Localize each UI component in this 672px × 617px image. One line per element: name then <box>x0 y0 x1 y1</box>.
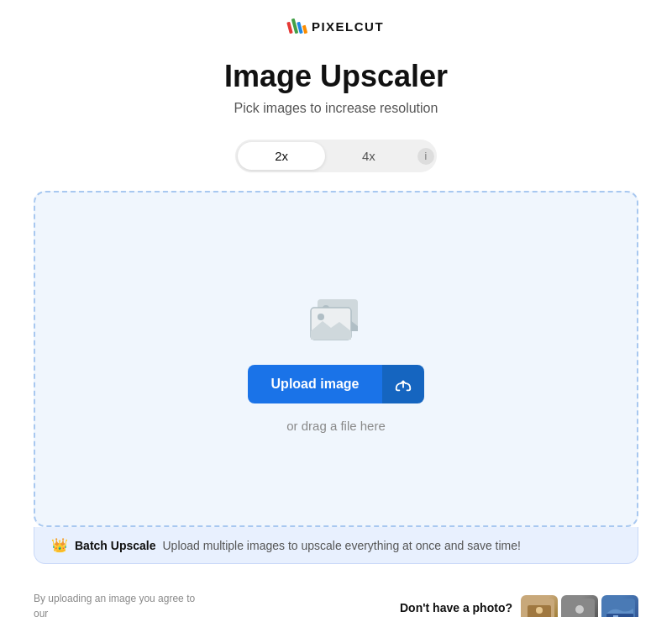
header: PIXELCUT <box>0 0 672 42</box>
info-icon[interactable]: i <box>417 148 434 165</box>
footer-no-photo-text: Don't have a photo? Try one of these <box>400 601 512 618</box>
footer-right: Don't have a photo? Try one of these <box>400 595 638 617</box>
upload-image-button[interactable]: Upload image <box>248 365 383 403</box>
image-placeholder-icon <box>306 294 366 348</box>
batch-label: Batch Upscale <box>75 539 155 552</box>
crown-icon: 👑 <box>51 537 68 553</box>
logo-stripes <box>288 18 307 34</box>
scale-2x-button[interactable]: 2x <box>238 142 325 170</box>
batch-upscale-bar[interactable]: 👑 Batch Upscale Upload multiple images t… <box>34 527 638 564</box>
svg-point-8 <box>575 605 584 614</box>
scale-toggle: 2x 4x i <box>235 140 437 172</box>
drag-text: or drag a file here <box>286 419 386 433</box>
main-content: Image Upscaler Pick images to increase r… <box>0 42 672 617</box>
sample-images <box>521 595 638 617</box>
page-subtitle: Pick images to increase resolution <box>234 101 438 116</box>
dropzone[interactable]: Upload image or drag a file here <box>34 191 638 527</box>
try-text: Try one of these <box>400 614 512 618</box>
page-title: Image Upscaler <box>224 59 448 94</box>
agreement-text: By uploading an image you agree to our <box>34 593 195 617</box>
no-photo-heading: Don't have a photo? <box>400 601 512 614</box>
upload-button-group: Upload image <box>248 365 425 403</box>
sample-image-3[interactable] <box>601 595 638 617</box>
scale-4x-button[interactable]: 4x <box>325 142 412 170</box>
footer-left: By uploading an image you agree to our T… <box>34 591 202 617</box>
svg-rect-10 <box>606 614 633 617</box>
upload-cloud-icon-button[interactable] <box>382 365 424 403</box>
footer: By uploading an image you agree to our T… <box>0 576 672 617</box>
batch-description: Upload multiple images to upscale everyt… <box>162 539 520 552</box>
svg-point-6 <box>536 607 543 614</box>
logo-text: PIXELCUT <box>312 19 384 34</box>
svg-point-3 <box>318 314 324 320</box>
sample-image-1[interactable] <box>521 595 558 617</box>
sample-image-2[interactable] <box>561 595 598 617</box>
